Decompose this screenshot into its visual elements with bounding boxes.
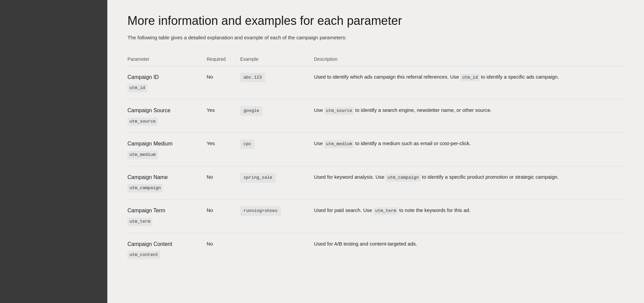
page-subtitle: The following table gives a detailed exp… xyxy=(127,34,624,42)
description-cell: Use utm_medium to identify a medium such… xyxy=(309,133,624,166)
param-code-badge: utm_source xyxy=(127,118,158,126)
param-cell: Campaign Mediumutm_medium xyxy=(127,133,201,166)
example-cell: abc.123 xyxy=(235,66,309,99)
desc-inline-code: utm_id xyxy=(461,74,480,82)
param-label: Campaign Term xyxy=(127,206,196,215)
required-cell: No xyxy=(201,166,235,199)
example-code-badge: google xyxy=(240,106,263,116)
desc-inline-code: utm_medium xyxy=(324,140,354,148)
main-content: More information and examples for each p… xyxy=(107,0,644,303)
params-table: Parameter Required Example Description C… xyxy=(127,54,624,266)
example-cell xyxy=(235,233,309,266)
description-cell: Used for keyword analysis. Use utm_campa… xyxy=(309,166,624,199)
description-cell: Use utm_source to identify a search engi… xyxy=(309,99,624,133)
table-header-row: Parameter Required Example Description xyxy=(127,54,624,66)
param-cell: Campaign Termutm_term xyxy=(127,200,201,233)
table-row: Campaign Nameutm_campaignNospring_saleUs… xyxy=(127,166,624,199)
col-header-parameter: Parameter xyxy=(127,54,201,66)
param-cell: Campaign Nameutm_campaign xyxy=(127,166,201,199)
table-row: Campaign Sourceutm_sourceYesgoogleUse ut… xyxy=(127,99,624,133)
param-cell: Campaign IDutm_id xyxy=(127,66,201,99)
param-code-badge: utm_medium xyxy=(127,151,158,159)
example-cell: running+shoes xyxy=(235,200,309,233)
example-code-badge: running+shoes xyxy=(240,206,281,216)
col-header-example: Example xyxy=(235,54,309,66)
page-title: More information and examples for each p… xyxy=(127,13,624,28)
sidebar xyxy=(0,0,107,303)
required-cell: Yes xyxy=(201,99,235,133)
description-cell: Used for A/B testing and content-targete… xyxy=(309,233,624,266)
example-code-badge: abc.123 xyxy=(240,73,265,83)
required-cell: Yes xyxy=(201,133,235,166)
description-cell: Used to identify which ads campaign this… xyxy=(309,66,624,99)
param-label: Campaign Medium xyxy=(127,139,196,148)
description-cell: Used for paid search. Use utm_term to no… xyxy=(309,200,624,233)
desc-inline-code: utm_source xyxy=(324,107,354,115)
param-cell: Campaign Sourceutm_source xyxy=(127,99,201,133)
example-cell: cpc xyxy=(235,133,309,166)
param-code-badge: utm_content xyxy=(127,251,160,259)
example-code-badge: cpc xyxy=(240,139,255,149)
table-row: Campaign IDutm_idNoabc.123Used to identi… xyxy=(127,66,624,99)
desc-inline-code: utm_campaign xyxy=(386,174,421,182)
example-code-badge: spring_sale xyxy=(240,173,276,183)
col-header-required: Required xyxy=(201,54,235,66)
example-cell: google xyxy=(235,99,309,133)
param-label: Campaign Name xyxy=(127,173,196,182)
param-label: Campaign Source xyxy=(127,106,196,115)
param-cell: Campaign Contentutm_content xyxy=(127,233,201,266)
param-label: Campaign Content xyxy=(127,240,196,249)
required-cell: No xyxy=(201,233,235,266)
desc-inline-code: utm_term xyxy=(374,207,398,215)
table-row: Campaign Mediumutm_mediumYescpcUse utm_m… xyxy=(127,133,624,166)
table-row: Campaign Termutm_termNorunning+shoesUsed… xyxy=(127,200,624,233)
col-header-description: Description xyxy=(309,54,624,66)
example-cell: spring_sale xyxy=(235,166,309,199)
required-cell: No xyxy=(201,66,235,99)
param-code-badge: utm_campaign xyxy=(127,184,163,192)
param-label: Campaign ID xyxy=(127,73,196,82)
param-code-badge: utm_id xyxy=(127,84,147,92)
table-row: Campaign Contentutm_contentNoUsed for A/… xyxy=(127,233,624,266)
param-code-badge: utm_term xyxy=(127,218,152,226)
required-cell: No xyxy=(201,200,235,233)
